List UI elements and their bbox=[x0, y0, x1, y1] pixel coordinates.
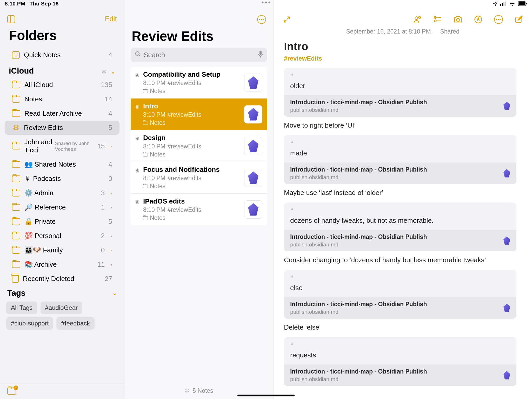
folder-count: 27 bbox=[105, 275, 112, 283]
folder-icon bbox=[143, 121, 148, 125]
folder-row[interactable]: 👨‍👩‍👧🐶 Family0› bbox=[5, 243, 119, 257]
quote-block[interactable]: ❝dozens of handy tweaks, but not as memo… bbox=[284, 202, 516, 251]
tag-pill[interactable]: #feedback bbox=[56, 317, 95, 330]
link-title: Introduction - ticci-mind-map - Obsidian… bbox=[290, 301, 427, 308]
note-tag[interactable]: #reviewEdits bbox=[284, 55, 516, 62]
folder-icon bbox=[12, 82, 20, 88]
sync-spinner-icon: ✲ bbox=[102, 69, 106, 75]
note-thumbnail bbox=[244, 200, 262, 219]
quote-block[interactable]: ❝madeIntroduction - ticci-mind-map - Obs… bbox=[284, 135, 516, 184]
folder-row[interactable]: John and TicciShared by John Voorhees15› bbox=[5, 135, 119, 157]
tags-header[interactable]: Tags ⌄ bbox=[0, 286, 124, 300]
folder-row[interactable]: 🔎 Reference1› bbox=[5, 200, 119, 214]
folder-count: 5 bbox=[109, 218, 112, 226]
note-item-title: Design bbox=[143, 134, 241, 142]
folder-name: 👥 Shared Notes bbox=[24, 160, 104, 168]
more-options-button[interactable]: ••• bbox=[257, 15, 266, 24]
folder-icon bbox=[12, 261, 20, 268]
folder-row[interactable]: 📚 Archive11› bbox=[5, 257, 119, 272]
note-body[interactable]: Intro #reviewEdits ❝olderIntroduction - … bbox=[274, 39, 532, 399]
folder-name: Review Edits bbox=[24, 124, 104, 132]
tag-pill[interactable]: #audioGear bbox=[41, 302, 82, 314]
tag-pill[interactable]: All Tags bbox=[6, 302, 37, 314]
comment-text: Maybe use ‘last’ instead of ‘older’ bbox=[284, 189, 516, 197]
note-thumbnail bbox=[244, 137, 262, 155]
folder-row[interactable]: 🎙 Podcasts0 bbox=[5, 172, 119, 186]
note-item-sub: 8:10 PM#reviewEdits bbox=[143, 206, 241, 213]
trash-icon bbox=[12, 275, 19, 283]
expand-button[interactable] bbox=[282, 15, 291, 24]
folder-row[interactable]: Recently Deleted27 bbox=[5, 272, 119, 286]
search-bar[interactable] bbox=[131, 48, 267, 62]
tag-pill[interactable]: #club-support bbox=[6, 317, 53, 330]
toggle-sidebar-button[interactable] bbox=[7, 15, 15, 23]
folder-row[interactable]: All iCloud135 bbox=[5, 78, 119, 92]
home-indicator[interactable] bbox=[237, 395, 295, 396]
folders-sidebar: Edit Folders Quick Notes 4 iCloud ✲ ⌄ Al… bbox=[0, 0, 124, 399]
folder-count: 4 bbox=[109, 160, 112, 168]
link-title: Introduction - ticci-mind-map - Obsidian… bbox=[290, 368, 427, 375]
quote-link[interactable]: Introduction - ticci-mind-map - Obsidian… bbox=[284, 297, 516, 319]
note-item[interactable]: ◉Design8:10 PM#reviewEditsNotes bbox=[131, 130, 267, 162]
folder-row[interactable]: 💯 Personal2› bbox=[5, 229, 119, 243]
folder-row[interactable]: Notes14 bbox=[5, 92, 119, 106]
link-url: publish.obsidian.md bbox=[290, 309, 427, 315]
folder-row[interactable]: ⚙️ Admin3› bbox=[5, 186, 119, 200]
shared-icon: ◉ bbox=[135, 167, 139, 173]
quote-link[interactable]: Introduction - ticci-mind-map - Obsidian… bbox=[284, 95, 516, 117]
note-item[interactable]: ◉Compatibility and Setup8:10 PM#reviewEd… bbox=[131, 67, 267, 99]
status-time: 8:10 PM bbox=[5, 1, 25, 7]
folder-row[interactable]: Read Later Archive4 bbox=[5, 106, 119, 121]
quote-link[interactable]: Introduction - ticci-mind-map - Obsidian… bbox=[284, 364, 516, 386]
chevron-right-icon: › bbox=[110, 233, 112, 239]
quote-block[interactable]: ❝elseIntroduction - ticci-mind-map - Obs… bbox=[284, 270, 516, 319]
folder-icon bbox=[12, 247, 20, 254]
edit-button[interactable]: Edit bbox=[105, 15, 117, 23]
camera-button[interactable] bbox=[454, 15, 462, 24]
quote-link[interactable]: Introduction - ticci-mind-map - Obsidian… bbox=[284, 230, 516, 251]
link-title: Introduction - ticci-mind-map - Obsidian… bbox=[290, 166, 427, 173]
folder-name: 💯 Personal bbox=[24, 232, 97, 240]
quote-link[interactable]: Introduction - ticci-mind-map - Obsidian… bbox=[284, 162, 516, 184]
chevron-right-icon: › bbox=[110, 247, 112, 253]
chevron-right-icon: › bbox=[110, 190, 112, 196]
folder-icon bbox=[143, 216, 148, 220]
folder-row[interactable]: 🔒 Private5 bbox=[5, 214, 119, 229]
status-icons bbox=[493, 1, 527, 6]
dictate-icon[interactable] bbox=[258, 51, 263, 59]
status-date: Thu Sep 16 bbox=[29, 1, 58, 7]
icloud-section-header[interactable]: iCloud ✲ ⌄ bbox=[0, 62, 124, 78]
more-button[interactable]: ••• bbox=[494, 15, 503, 24]
note-item-folder: Notes bbox=[143, 88, 241, 95]
quote-icon: ❝ bbox=[290, 73, 510, 79]
folder-row[interactable]: ⚙Review Edits5 bbox=[5, 121, 119, 135]
multitask-dots[interactable] bbox=[262, 2, 270, 3]
note-item-folder: Notes bbox=[143, 214, 241, 221]
shared-icon: ◉ bbox=[135, 72, 139, 78]
compose-button[interactable] bbox=[514, 15, 523, 24]
folder-icon bbox=[143, 153, 148, 156]
quick-notes-row[interactable]: Quick Notes 4 bbox=[5, 48, 119, 62]
markup-button[interactable] bbox=[474, 15, 483, 24]
quote-text: dozens of handy tweaks, but not as memor… bbox=[290, 217, 510, 225]
quote-text: older bbox=[290, 82, 510, 90]
note-item-title: Focus and Notifications bbox=[143, 166, 241, 174]
folder-name: 🔒 Private bbox=[24, 218, 104, 226]
folder-row[interactable]: 👥 Shared Notes4 bbox=[5, 157, 119, 172]
folder-name: 👨‍👩‍👧🐶 Family bbox=[24, 246, 97, 254]
note-item[interactable]: ◉Intro8:10 PM#reviewEditsNotes bbox=[131, 99, 267, 130]
svg-rect-5 bbox=[518, 2, 525, 5]
quote-block[interactable]: ❝requestsIntroduction - ticci-mind-map -… bbox=[284, 337, 516, 386]
folder-name: John and TicciShared by John Voorhees bbox=[24, 138, 93, 154]
link-favicon bbox=[503, 304, 510, 312]
new-folder-button[interactable] bbox=[7, 388, 16, 395]
note-item[interactable]: ◉IPadOS edits8:10 PM#reviewEditsNotes bbox=[131, 194, 267, 225]
search-input[interactable] bbox=[144, 51, 256, 59]
collaborate-button[interactable] bbox=[413, 15, 422, 24]
checklist-button[interactable] bbox=[433, 15, 442, 24]
note-thumbnail bbox=[244, 169, 262, 187]
folder-count: 5 bbox=[109, 124, 112, 132]
folder-count: 1 bbox=[101, 203, 105, 211]
quote-block[interactable]: ❝olderIntroduction - ticci-mind-map - Ob… bbox=[284, 68, 516, 117]
note-item[interactable]: ◉Focus and Notifications8:10 PM#reviewEd… bbox=[131, 162, 267, 194]
